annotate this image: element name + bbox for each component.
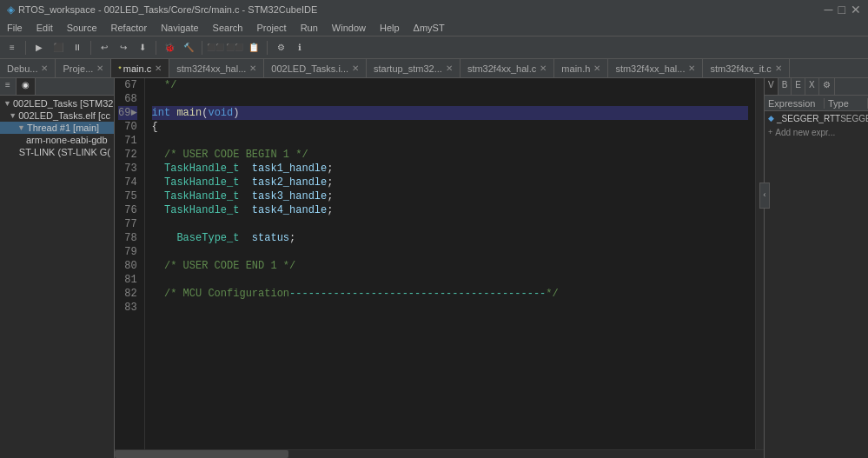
- tab-led-tasks[interactable]: 002LED_Tasks.i... ✕: [264, 59, 367, 78]
- right-tab-e[interactable]: E: [792, 78, 805, 95]
- tab-hal1-close[interactable]: ✕: [249, 63, 256, 73]
- code-line-81: [152, 273, 748, 287]
- toolbar-btn-11[interactable]: ⬛⬛: [226, 39, 243, 56]
- tab-startup[interactable]: startup_stm32... ✕: [367, 59, 461, 78]
- menu-item-window[interactable]: Window: [325, 21, 373, 35]
- menu-item-search[interactable]: Search: [206, 21, 250, 35]
- menu-item-navigate[interactable]: Navigate: [154, 21, 205, 35]
- tab-it-close[interactable]: ✕: [775, 63, 782, 73]
- menu-item-edit[interactable]: Edit: [30, 21, 60, 35]
- tree-item-elf[interactable]: ▼ 002LED_Tasks.elf [cc: [0, 110, 114, 122]
- menu-item-run[interactable]: Run: [294, 21, 325, 35]
- tab-main-c-close[interactable]: ✕: [155, 63, 162, 73]
- right-panel-collapse-btn[interactable]: ‹: [764, 183, 770, 209]
- right-tab-v[interactable]: V: [765, 78, 779, 95]
- minimize-btn[interactable]: ─: [825, 3, 833, 17]
- h-scroll-thumb[interactable]: [115, 450, 288, 458]
- tab-it[interactable]: stm32f4xx_it.c ✕: [703, 59, 789, 78]
- tab-hal1[interactable]: stm32f4xx_hal... ✕: [169, 59, 264, 78]
- expressions-body: ◆ _SEGGER_RTT SEGGE + Add new expr...: [765, 111, 868, 458]
- tab-project[interactable]: Proje... ✕: [56, 59, 111, 78]
- tab-hal-c[interactable]: stm32f4xx_hal.c ✕: [461, 59, 554, 78]
- right-tab-settings[interactable]: ⚙: [819, 78, 835, 95]
- code-line-70: {: [152, 120, 748, 134]
- toolbar-btn-6[interactable]: ↪: [115, 39, 132, 56]
- tree-arrow-project: ▼: [3, 99, 11, 108]
- code-line-73: TaskHandle_t task1_handle;: [152, 162, 748, 176]
- tab-hal2-close[interactable]: ✕: [688, 63, 695, 73]
- tab-hal2[interactable]: stm32f4xx_hal... ✕: [608, 59, 703, 78]
- app-icon: ◈: [7, 3, 15, 16]
- menu-item-file[interactable]: File: [0, 21, 30, 35]
- title-bar: ◈ RTOS_workspace - 002LED_Tasks/Core/Src…: [0, 0, 868, 19]
- left-tab-menu[interactable]: ≡: [0, 78, 17, 95]
- toolbar-btn-5[interactable]: ↩: [96, 39, 113, 56]
- tree-label-stlink: ST-LINK (ST-LINK G(: [19, 147, 110, 157]
- tab-project-close[interactable]: ✕: [96, 63, 103, 73]
- tree-item-stlink[interactable]: ST-LINK (ST-LINK G(: [0, 146, 114, 158]
- tab-debug-label: Debu...: [7, 63, 37, 74]
- toolbar-btn-13[interactable]: ⚙: [272, 39, 289, 56]
- expr-row-add[interactable]: + Add new expr...: [765, 125, 868, 139]
- code-line-78: BaseType_t status;: [152, 231, 748, 245]
- tab-hal-c-label: stm32f4xx_hal.c: [467, 63, 536, 74]
- code-scroll-area[interactable]: 67 68 69► 70 71 72 73 74 75 76 77 78 79 …: [115, 78, 764, 449]
- line-num-68: 68: [118, 92, 137, 106]
- code-content[interactable]: */ int main(void) { /* USER CODE BEGIN 1…: [145, 78, 755, 449]
- expr-row-segger[interactable]: ◆ _SEGGER_RTT SEGGE: [765, 111, 868, 125]
- menu-item-source[interactable]: Source: [60, 21, 104, 35]
- toolbar-btn-7[interactable]: ⬇: [134, 39, 151, 56]
- line-numbers: 67 68 69► 70 71 72 73 74 75 76 77 78 79 …: [115, 78, 145, 449]
- tree-item-gdb[interactable]: arm-none-eabi-gdb: [0, 134, 114, 146]
- code-vertical-scrollbar[interactable]: [755, 78, 764, 449]
- right-tab-b[interactable]: B: [779, 78, 792, 95]
- tab-modified-indicator: *: [118, 64, 122, 73]
- tab-main-h[interactable]: main.h ✕: [554, 59, 608, 78]
- left-panel-tabs: ≡ ◉: [0, 78, 114, 96]
- left-panel: ≡ ◉ ▼ 002LED_Tasks [STM32... ▼ 002LED_Ta…: [0, 78, 115, 458]
- tree-item-thread[interactable]: ▼ Thread #1 [main]: [0, 122, 114, 134]
- menu-item-project[interactable]: Project: [249, 21, 293, 35]
- menu-item-help[interactable]: Help: [373, 21, 407, 35]
- expr-type-segger: SEGGE: [840, 114, 868, 123]
- line-num-74: 74: [118, 176, 137, 189]
- toolbar-btn-1[interactable]: ≡: [3, 39, 21, 56]
- tab-debug[interactable]: Debu... ✕: [0, 59, 56, 78]
- tab-hal-c-close[interactable]: ✕: [540, 63, 547, 73]
- line-num-69: 69►: [118, 106, 137, 120]
- right-panel: V B E X ⚙ Expression Type ◆ _SEGGER_RTT …: [764, 78, 868, 458]
- tab-main-h-close[interactable]: ✕: [593, 63, 600, 73]
- toolbar-btn-12[interactable]: 📋: [245, 39, 262, 56]
- toolbar-btn-14[interactable]: ℹ: [291, 39, 308, 56]
- code-line-75: TaskHandle_t task3_handle;: [152, 189, 748, 203]
- tab-startup-close[interactable]: ✕: [446, 63, 453, 73]
- tab-main-c[interactable]: * main.c ✕: [111, 59, 169, 78]
- tree-item-project[interactable]: ▼ 002LED_Tasks [STM32...: [0, 97, 114, 110]
- tab-main-h-label: main.h: [561, 63, 590, 74]
- tab-startup-label: startup_stm32...: [374, 63, 442, 74]
- toolbar-btn-3[interactable]: ⬛: [50, 39, 67, 56]
- code-horizontal-scrollbar[interactable]: [115, 449, 764, 458]
- menu-item-myst[interactable]: ΔmyST: [407, 21, 452, 35]
- left-tab-debug[interactable]: ◉: [17, 78, 36, 95]
- expr-col-type: Type: [825, 98, 868, 109]
- code-line-82: /* MCU Configuration--------------------…: [152, 287, 748, 301]
- line-num-79: 79: [118, 245, 137, 259]
- toolbar-btn-10[interactable]: ⬛⬛: [207, 39, 224, 56]
- line-num-82: 82: [118, 287, 137, 301]
- toolbar-btn-4[interactable]: ⏸: [69, 39, 86, 56]
- tab-debug-close[interactable]: ✕: [41, 63, 48, 73]
- tab-led-tasks-close[interactable]: ✕: [352, 63, 359, 73]
- code-line-67: */: [152, 78, 748, 92]
- close-btn[interactable]: ✕: [851, 3, 861, 17]
- toolbar-btn-9[interactable]: 🔨: [180, 39, 197, 56]
- debug-tree: ▼ 002LED_Tasks [STM32... ▼ 002LED_Tasks.…: [0, 96, 114, 458]
- line-num-73: 73: [118, 162, 137, 176]
- code-line-71: [152, 134, 748, 148]
- toolbar-btn-8[interactable]: 🐞: [161, 39, 178, 56]
- maximize-btn[interactable]: □: [838, 3, 845, 17]
- menu-item-refactor[interactable]: Refactor: [104, 21, 155, 35]
- toolbar-btn-2[interactable]: ▶: [30, 39, 48, 56]
- right-tab-x[interactable]: X: [805, 78, 819, 95]
- window-title: RTOS_workspace - 002LED_Tasks/Core/Src/m…: [18, 4, 317, 15]
